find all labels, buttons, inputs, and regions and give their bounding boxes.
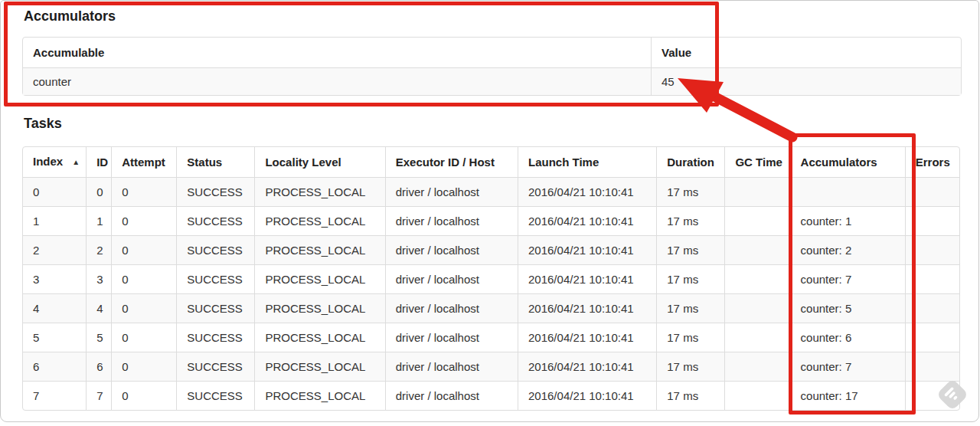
- cell-accumulators: counter: 1: [790, 206, 905, 235]
- accumulators-table: AccumulableValue counter45: [22, 37, 962, 96]
- column-header-label: ID: [96, 156, 108, 169]
- column-header-accumulators[interactable]: Accumulators: [790, 147, 905, 177]
- cell-launch-time: 2016/04/21 10:10:41: [518, 381, 656, 410]
- cell-id: 6: [86, 352, 111, 381]
- column-header-errors[interactable]: Errors: [905, 147, 959, 177]
- cell-gc-time: [724, 323, 789, 352]
- spark-ui-stage-page: Accumulators AccumulableValue counter45 …: [0, 0, 979, 422]
- table-row: 440SUCCESSPROCESS_LOCALdriver / localhos…: [23, 293, 959, 323]
- cell-accumulators: counter: 17: [790, 381, 905, 410]
- cell-errors: [905, 235, 959, 264]
- cell-attempt: 0: [111, 323, 176, 352]
- column-header-id[interactable]: ID: [86, 147, 111, 177]
- tasks-table: Index▲IDAttemptStatusLocality LevelExecu…: [22, 146, 960, 411]
- cell-launch-time: 2016/04/21 10:10:41: [518, 235, 656, 264]
- cell-index: 0: [23, 177, 86, 206]
- column-header-label: Executor ID / Host: [396, 156, 495, 169]
- cell-attempt: 0: [111, 381, 176, 410]
- table-row: 770SUCCESSPROCESS_LOCALdriver / localhos…: [23, 381, 959, 410]
- cell-attempt: 0: [111, 177, 176, 206]
- cell-locality-level: PROCESS_LOCAL: [254, 352, 384, 381]
- column-header-accumulable[interactable]: Accumulable: [23, 38, 651, 67]
- cell-locality-level: PROCESS_LOCAL: [254, 206, 384, 235]
- cell-gc-time: [724, 177, 789, 206]
- cell-locality-level: PROCESS_LOCAL: [254, 235, 384, 264]
- cell-attempt: 0: [111, 264, 176, 293]
- cell-executor-id-host: driver / localhost: [385, 323, 518, 352]
- cell-accumulable: counter: [23, 67, 651, 95]
- cell-attempt: 0: [111, 206, 176, 235]
- cell-duration: 17 ms: [656, 352, 724, 381]
- table-row: 220SUCCESSPROCESS_LOCALdriver / localhos…: [23, 235, 959, 264]
- table-row: 330SUCCESSPROCESS_LOCALdriver / localhos…: [23, 264, 959, 293]
- column-header-index[interactable]: Index▲: [23, 147, 86, 177]
- column-header-launch-time[interactable]: Launch Time: [518, 147, 656, 177]
- cell-attempt: 0: [111, 352, 176, 381]
- column-header-gc-time[interactable]: GC Time: [724, 147, 789, 177]
- cell-accumulators: counter: 2: [790, 235, 905, 264]
- column-header-label: Launch Time: [528, 156, 599, 169]
- table-row: 110SUCCESSPROCESS_LOCALdriver / localhos…: [23, 206, 959, 235]
- cell-errors: [905, 206, 959, 235]
- accumulators-table-header-row: AccumulableValue: [23, 38, 961, 67]
- cell-duration: 17 ms: [656, 381, 724, 410]
- cell-executor-id-host: driver / localhost: [385, 381, 518, 410]
- cell-duration: 17 ms: [656, 206, 724, 235]
- cell-attempt: 0: [111, 235, 176, 264]
- column-header-label: Duration: [667, 156, 714, 169]
- cell-duration: 17 ms: [656, 293, 724, 323]
- column-header-label: Value: [662, 46, 691, 59]
- sort-ascending-icon: ▲: [72, 154, 80, 170]
- cell-gc-time: [724, 352, 789, 381]
- cell-executor-id-host: driver / localhost: [385, 235, 518, 264]
- column-header-attempt[interactable]: Attempt: [111, 147, 176, 177]
- column-header-executor-id-host[interactable]: Executor ID / Host: [385, 147, 518, 177]
- column-header-status[interactable]: Status: [176, 147, 254, 177]
- cell-executor-id-host: driver / localhost: [385, 177, 518, 206]
- cell-gc-time: [724, 293, 789, 323]
- column-header-value[interactable]: Value: [651, 38, 961, 67]
- cell-launch-time: 2016/04/21 10:10:41: [518, 293, 656, 323]
- cell-duration: 17 ms: [656, 264, 724, 293]
- cell-status: SUCCESS: [176, 381, 254, 410]
- tasks-table-header-row: Index▲IDAttemptStatusLocality LevelExecu…: [23, 147, 959, 177]
- cell-locality-level: PROCESS_LOCAL: [254, 293, 384, 323]
- cell-index: 4: [23, 293, 86, 323]
- cell-attempt: 0: [111, 293, 176, 323]
- tasks-section-title: Tasks: [24, 114, 62, 133]
- column-header-label: Attempt: [122, 156, 165, 169]
- cell-launch-time: 2016/04/21 10:10:41: [518, 352, 656, 381]
- cell-locality-level: PROCESS_LOCAL: [254, 177, 384, 206]
- table-row: 000SUCCESSPROCESS_LOCALdriver / localhos…: [23, 177, 959, 206]
- cell-locality-level: PROCESS_LOCAL: [254, 381, 384, 410]
- cell-id: 7: [86, 381, 111, 410]
- cell-accumulators: counter: 7: [790, 352, 905, 381]
- column-header-label: GC Time: [735, 156, 782, 169]
- cell-launch-time: 2016/04/21 10:10:41: [518, 264, 656, 293]
- column-header-locality-level[interactable]: Locality Level: [254, 147, 384, 177]
- cell-duration: 17 ms: [656, 177, 724, 206]
- cell-accumulators: counter: 5: [790, 293, 905, 323]
- cell-launch-time: 2016/04/21 10:10:41: [518, 177, 656, 206]
- table-row: counter45: [23, 67, 961, 95]
- cell-executor-id-host: driver / localhost: [385, 293, 518, 323]
- cell-errors: [905, 264, 959, 293]
- cell-index: 1: [23, 206, 86, 235]
- cell-status: SUCCESS: [176, 264, 254, 293]
- cell-duration: 17 ms: [656, 323, 724, 352]
- cell-errors: [905, 293, 959, 323]
- cell-index: 6: [23, 352, 86, 381]
- cell-value: 45: [651, 67, 961, 95]
- cell-status: SUCCESS: [176, 293, 254, 323]
- column-header-duration[interactable]: Duration: [656, 147, 724, 177]
- cell-index: 7: [23, 381, 86, 410]
- cell-status: SUCCESS: [176, 323, 254, 352]
- cell-gc-time: [724, 235, 789, 264]
- cell-executor-id-host: driver / localhost: [385, 206, 518, 235]
- cell-accumulators: counter: 7: [790, 264, 905, 293]
- column-header-label: Accumulable: [33, 46, 104, 59]
- cell-gc-time: [724, 206, 789, 235]
- cell-executor-id-host: driver / localhost: [385, 264, 518, 293]
- cell-id: 0: [86, 177, 111, 206]
- cell-status: SUCCESS: [176, 352, 254, 381]
